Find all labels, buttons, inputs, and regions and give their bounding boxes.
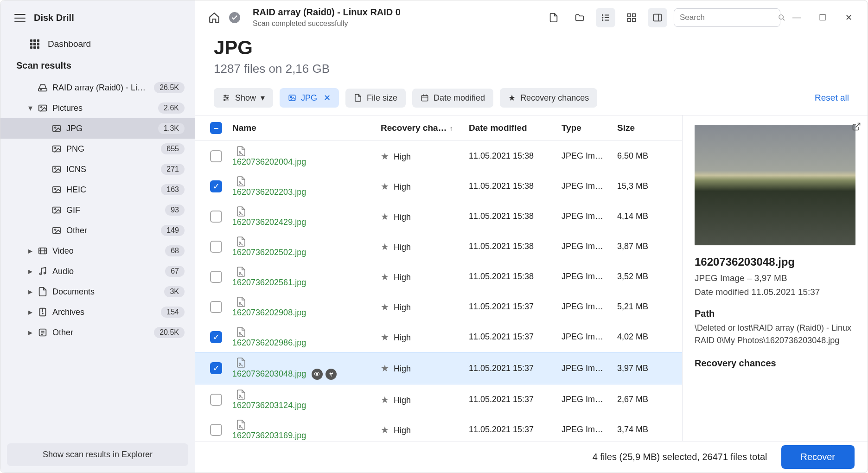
- chevron-icon: ▸: [28, 327, 33, 338]
- show-in-explorer-button[interactable]: Show scan results in Explorer: [7, 443, 188, 466]
- doc-icon: [38, 287, 48, 297]
- search-box[interactable]: [674, 8, 780, 27]
- menu-icon[interactable]: [14, 14, 26, 22]
- row-checkbox[interactable]: ✓: [210, 180, 222, 192]
- preview-pane: 1620736203048.jpg JPEG Image – 3,97 MB D…: [682, 115, 868, 441]
- close-icon[interactable]: ✕: [324, 93, 331, 103]
- file-icon: [235, 357, 247, 369]
- col-date[interactable]: Date modified: [469, 123, 562, 133]
- preview-eye-icon[interactable]: 👁: [312, 369, 323, 380]
- filter-recovery-chances[interactable]: ★ Recovery chances: [500, 88, 597, 108]
- filter-file-size-label: File size: [367, 93, 397, 103]
- sidebar-item-badge: 3K: [164, 286, 185, 297]
- row-checkbox[interactable]: [210, 424, 222, 436]
- svg-rect-39: [654, 14, 662, 21]
- view-file-icon[interactable]: [544, 8, 563, 27]
- search-input[interactable]: [680, 13, 778, 22]
- view-grid-icon[interactable]: [622, 8, 641, 27]
- table-row[interactable]: 1620736203169.jpg★High11.05.2021 15:37JP…: [195, 415, 682, 441]
- home-icon[interactable]: [208, 12, 220, 24]
- filter-date-modified[interactable]: Date modified: [412, 89, 493, 108]
- row-checkbox[interactable]: [210, 241, 222, 253]
- row-checkbox[interactable]: ✓: [210, 331, 222, 343]
- filter-show[interactable]: Show ▾: [214, 88, 273, 108]
- sidebar-item-other[interactable]: ▸Other20.5K: [0, 322, 195, 343]
- sidebar-item-heic[interactable]: HEIC163: [0, 179, 195, 200]
- hex-icon[interactable]: #: [326, 369, 337, 380]
- sidebar-item-documents[interactable]: ▸Documents3K: [0, 281, 195, 302]
- table-row[interactable]: 1620736202908.jpg★High11.05.2021 15:37JP…: [195, 292, 682, 322]
- col-recovery[interactable]: Recovery cha…↑: [381, 123, 469, 133]
- topbar: RAID array (Raid0) - Linux RAID 0 Scan c…: [195, 0, 868, 33]
- table-row[interactable]: 1620736203124.jpg★High11.05.2021 15:37JP…: [195, 384, 682, 415]
- sidebar-item-pictures[interactable]: ▾Pictures2.6K: [0, 98, 195, 118]
- sidebar-item-badge: 149: [161, 225, 185, 236]
- svg-point-31: [602, 17, 603, 18]
- svg-point-29: [602, 14, 603, 15]
- select-all-checkbox[interactable]: –: [210, 122, 222, 134]
- sidebar-item-video[interactable]: ▸Video68: [0, 241, 195, 261]
- sidebar-item-label: GIF: [66, 205, 160, 215]
- filter-jpg[interactable]: JPG ✕: [280, 88, 339, 108]
- date-value: 11.05.2021 15:38: [469, 151, 562, 161]
- view-folder-icon[interactable]: [570, 8, 589, 27]
- view-list-icon[interactable]: [596, 8, 615, 27]
- row-checkbox[interactable]: [210, 394, 222, 406]
- size-value: 4,14 MB: [617, 211, 673, 221]
- sidebar-item-raid-array-raid0-li-[interactable]: RAID array (Raid0) - Li…26.5K: [0, 77, 195, 98]
- window-close[interactable]: ✕: [839, 8, 858, 27]
- status-ok-icon: [229, 12, 241, 24]
- svg-point-58: [239, 242, 241, 243]
- window-maximize[interactable]: ☐: [813, 8, 832, 27]
- svg-point-23: [42, 313, 43, 314]
- size-value: 3,97 MB: [617, 364, 673, 373]
- table-row[interactable]: 1620736202004.jpg★High11.05.2021 15:38JP…: [195, 141, 682, 171]
- table-row[interactable]: 1620736202429.jpg★High11.05.2021 15:38JP…: [195, 201, 682, 231]
- size-value: 3,52 MB: [617, 272, 673, 281]
- table-row[interactable]: ✓1620736202986.jpg★High11.05.2021 15:37J…: [195, 322, 682, 352]
- sidebar-item-label: PNG: [66, 144, 156, 154]
- filter-file-size[interactable]: File size: [345, 89, 406, 108]
- sidebar-item-label: Pictures: [52, 103, 153, 113]
- reset-all-link[interactable]: Reset all: [815, 93, 849, 103]
- sidebar-item-audio[interactable]: ▸Audio67: [0, 261, 195, 281]
- sidebar-item-badge: 655: [161, 143, 185, 154]
- sidebar-item-png[interactable]: PNG655: [0, 139, 195, 159]
- sidebar-item-label: RAID array (Raid0) - Li…: [52, 83, 149, 93]
- sidebar-item-label: Documents: [52, 287, 160, 297]
- pop-out-icon[interactable]: [852, 122, 861, 131]
- col-size[interactable]: Size: [617, 123, 673, 133]
- star-icon: ★: [381, 395, 389, 405]
- sidebar-item-archives[interactable]: ▸Archives154: [0, 302, 195, 322]
- row-checkbox[interactable]: ✓: [210, 362, 222, 374]
- svg-point-61: [239, 332, 241, 334]
- sidebar-item-gif[interactable]: GIF93: [0, 200, 195, 220]
- svg-point-10: [55, 188, 56, 190]
- star-icon: ★: [381, 151, 389, 161]
- sidebar-item-jpg[interactable]: JPG1.3K: [0, 118, 195, 139]
- window-minimize[interactable]: ―: [787, 8, 806, 27]
- filter-jpg-label: JPG: [301, 93, 317, 103]
- svg-rect-36: [632, 13, 635, 16]
- table-row[interactable]: ✓1620736203048.jpg👁#★High11.05.2021 15:3…: [195, 352, 682, 384]
- row-checkbox[interactable]: [210, 211, 222, 223]
- sidebar-item-icns[interactable]: ICNS271: [0, 159, 195, 179]
- star-icon: ★: [381, 181, 389, 192]
- toggle-preview-icon[interactable]: [648, 8, 667, 27]
- filter-rc-label: Recovery chances: [520, 93, 589, 103]
- row-checkbox[interactable]: [210, 271, 222, 283]
- table-row[interactable]: 1620736202561.jpg★High11.05.2021 15:38JP…: [195, 262, 682, 292]
- row-checkbox[interactable]: [210, 150, 222, 162]
- svg-point-14: [55, 229, 56, 230]
- type-value: JPEG Im…: [562, 242, 617, 251]
- col-type[interactable]: Type: [562, 123, 617, 133]
- table-row[interactable]: 1620736202502.jpg★High11.05.2021 15:38JP…: [195, 231, 682, 262]
- svg-point-41: [779, 15, 783, 19]
- col-name[interactable]: Name: [228, 123, 381, 133]
- row-checkbox[interactable]: [210, 301, 222, 313]
- table-row[interactable]: ✓1620736202203.jpg★High11.05.2021 15:38J…: [195, 171, 682, 201]
- recover-button[interactable]: Recover: [781, 445, 855, 469]
- svg-point-59: [239, 272, 241, 274]
- dashboard-link[interactable]: Dashboard: [0, 33, 195, 57]
- sidebar-item-other[interactable]: Other149: [0, 220, 195, 241]
